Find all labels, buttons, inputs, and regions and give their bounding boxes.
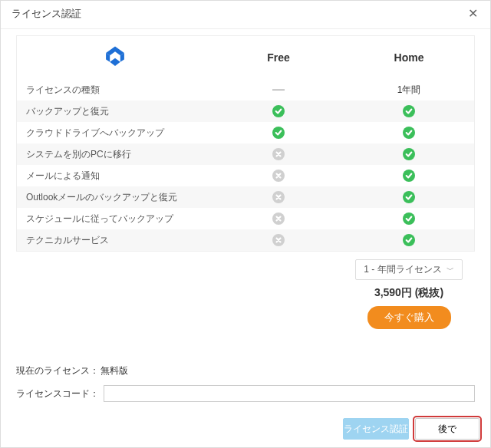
feature-home-cell: 1年間 — [344, 84, 474, 97]
table-row: Outlookメールのバックアップと復元 — [17, 186, 474, 208]
dash-icon: — — [272, 83, 285, 96]
table-row: テクニカルサービス — [17, 229, 474, 251]
feature-label: テクニカルサービス — [17, 234, 213, 247]
check-icon — [272, 105, 285, 117]
feature-label: バックアップと復元 — [17, 105, 213, 118]
cross-icon — [272, 212, 285, 225]
feature-free-cell: — — [213, 83, 344, 97]
svg-marker-3 — [110, 58, 120, 65]
feature-free-cell — [213, 170, 344, 182]
license-term-label: 1 - 年間ライセンス — [364, 263, 441, 276]
feature-home-cell — [344, 148, 474, 160]
feature-free-cell — [213, 212, 344, 225]
license-term-dropdown[interactable]: 1 - 年間ライセンス ﹀ — [355, 259, 462, 280]
cross-icon — [272, 148, 285, 160]
cross-icon — [272, 191, 285, 203]
window-title: ライセンス認証 — [12, 7, 81, 21]
check-icon — [403, 148, 415, 160]
check-icon — [403, 127, 415, 139]
table-row: メールによる通知 — [17, 165, 474, 186]
check-icon — [403, 105, 415, 117]
feature-label: Outlookメールのバックアップと復元 — [17, 191, 213, 204]
feature-home-cell — [344, 170, 474, 182]
current-license-value: 無料版 — [101, 365, 128, 376]
license-code-label: ライセンスコード： — [16, 387, 99, 400]
check-icon — [403, 234, 415, 246]
feature-free-cell — [213, 234, 344, 246]
feature-home-cell — [344, 127, 474, 139]
close-icon[interactable]: ✕ — [466, 8, 479, 20]
table-row: スケジュールに従ってバックアップ — [17, 208, 474, 229]
cross-icon — [272, 170, 285, 182]
check-icon — [403, 212, 415, 225]
chevron-down-icon: ﹀ — [447, 265, 454, 275]
feature-home-text: 1年間 — [397, 84, 421, 95]
feature-label: ライセンスの種類 — [17, 84, 213, 97]
activate-button[interactable]: ライセンス認証 — [343, 418, 409, 440]
table-row: システムを別のPCに移行 — [17, 143, 474, 165]
pricing-block: 1 - 年間ライセンス ﹀ 3,590円 (税抜) 今すぐ購入 — [343, 252, 475, 343]
svg-marker-0 — [106, 46, 124, 55]
feature-label: システムを別のPCに移行 — [17, 148, 213, 161]
feature-home-cell — [344, 234, 474, 246]
buy-now-button[interactable]: 今すぐ購入 — [367, 306, 451, 329]
feature-free-cell — [213, 105, 344, 117]
table-row: バックアップと復元 — [17, 100, 474, 122]
feature-label: メールによる通知 — [17, 170, 213, 183]
check-icon — [403, 170, 415, 182]
feature-home-cell — [344, 212, 474, 225]
feature-free-cell — [213, 191, 344, 203]
feature-free-cell — [213, 148, 344, 160]
feature-label: スケジュールに従ってバックアップ — [17, 212, 213, 226]
cross-icon — [272, 234, 285, 246]
column-header-home: Home — [344, 51, 474, 64]
price-text: 3,590円 (税抜) — [343, 286, 475, 300]
table-row: ライセンスの種類—1年間 — [17, 79, 474, 100]
table-row: クラウドドライブへバックアップ — [17, 122, 474, 143]
check-icon — [403, 191, 415, 203]
check-icon — [272, 127, 285, 139]
product-logo-icon — [102, 44, 128, 72]
feature-comparison-table: Free Home ライセンスの種類—1年間バックアップと復元クラウドドライブへ… — [16, 35, 475, 252]
feature-home-cell — [344, 105, 474, 117]
license-code-input[interactable] — [104, 385, 475, 402]
column-header-free: Free — [213, 51, 344, 64]
feature-home-cell — [344, 191, 474, 203]
feature-free-cell — [213, 127, 344, 139]
later-button[interactable]: 後で — [415, 418, 479, 440]
feature-label: クラウドドライブへバックアップ — [17, 127, 213, 140]
current-license-label: 現在のライセンス： — [16, 365, 99, 376]
